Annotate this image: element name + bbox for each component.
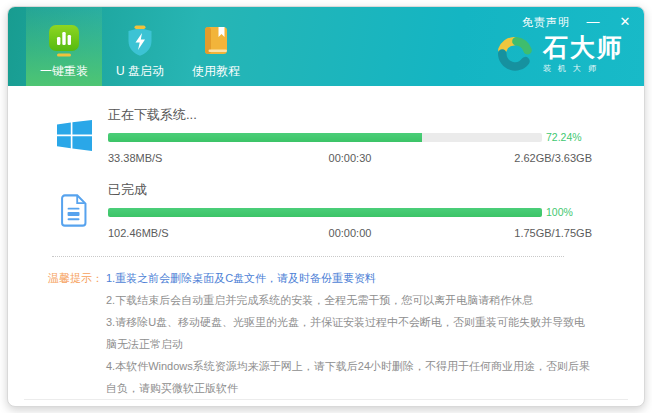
dotted-divider bbox=[52, 256, 564, 257]
download-row-system: 正在下载系统... 72.24% 33.38MB/S 00:00:30 2.62… bbox=[48, 106, 592, 164]
tip-line: 2.下载结束后会自动重启并完成系统的安装，全程无需干预，您可以离开电脑请稍作休息 bbox=[106, 289, 592, 311]
footer-bar: 保存路径： D:\SdsZjds\download 取消安装 bbox=[24, 399, 628, 407]
swirl-logo-icon bbox=[496, 35, 534, 73]
tip-line: 1.重装之前会删除桌面及C盘文件，请及时备份重要资料 bbox=[106, 267, 592, 289]
tip-line: 3.请移除U盘、移动硬盘、光驱里的光盘，并保证安装过程中不会断电，否则重装可能失… bbox=[106, 311, 592, 355]
progress-bar bbox=[108, 208, 542, 217]
download-title: 已完成 bbox=[108, 181, 592, 199]
windows-logo-icon bbox=[57, 120, 92, 151]
progress-bar bbox=[108, 133, 542, 142]
close-icon[interactable]: ✕ bbox=[616, 14, 634, 30]
tab-one-key-reinstall[interactable]: 一键重装 bbox=[26, 7, 102, 86]
minimize-icon[interactable]: — bbox=[584, 14, 602, 30]
download-size: 1.75GB/1.75GB bbox=[431, 227, 592, 239]
tab-label: 使用教程 bbox=[192, 63, 240, 80]
bar-chart-app-icon bbox=[48, 24, 80, 58]
document-icon bbox=[60, 194, 88, 227]
tip-line: 4.本软件Windows系统资源均来源于网上，请下载后24小时删除，不得用于任何… bbox=[106, 355, 592, 399]
download-speed: 33.38MB/S bbox=[108, 152, 269, 164]
progress-percent: 72.24% bbox=[542, 131, 592, 143]
brand-name: 石大师 bbox=[543, 34, 624, 60]
brand-subtitle: 装机大师 bbox=[543, 63, 624, 74]
header: 一键重装 U 盘启动 使用教程 免责声 bbox=[8, 7, 644, 86]
tips-lines: 1.重装之前会删除桌面及C盘文件，请及时备份重要资料 2.下载结束后会自动重启并… bbox=[106, 267, 592, 399]
disclaimer-link[interactable]: 免责声明 bbox=[522, 15, 570, 30]
brand-logo: 石大师 装机大师 bbox=[496, 34, 624, 74]
progress-percent: 100% bbox=[542, 206, 592, 218]
app-window: 一键重装 U 盘启动 使用教程 免责声 bbox=[7, 6, 645, 407]
download-time: 00:00:30 bbox=[269, 152, 430, 164]
titlebar-controls: 免责声明 — ✕ bbox=[522, 14, 634, 30]
tutorial-book-icon bbox=[200, 24, 232, 58]
download-row-pe: 已完成 100% 102.46MB/S 00:00:00 1.75GB/1.75… bbox=[48, 181, 592, 239]
download-speed: 102.46MB/S bbox=[108, 227, 269, 239]
main-content: 正在下载系统... 72.24% 33.38MB/S 00:00:30 2.62… bbox=[8, 86, 644, 399]
download-title: 正在下载系统... bbox=[108, 106, 592, 124]
usb-shield-bolt-icon bbox=[124, 24, 156, 58]
tab-label: 一键重装 bbox=[40, 63, 88, 80]
tab-tutorial[interactable]: 使用教程 bbox=[178, 7, 254, 86]
tips-section: 温馨提示： 1.重装之前会删除桌面及C盘文件，请及时备份重要资料 2.下载结束后… bbox=[48, 267, 592, 399]
tab-usb-boot[interactable]: U 盘启动 bbox=[102, 7, 178, 86]
nav-tabs: 一键重装 U 盘启动 使用教程 bbox=[26, 7, 254, 86]
download-size: 2.62GB/3.63GB bbox=[431, 152, 592, 164]
download-time: 00:00:00 bbox=[269, 227, 430, 239]
tab-label: U 盘启动 bbox=[116, 63, 164, 80]
tips-label: 温馨提示： bbox=[48, 267, 106, 399]
